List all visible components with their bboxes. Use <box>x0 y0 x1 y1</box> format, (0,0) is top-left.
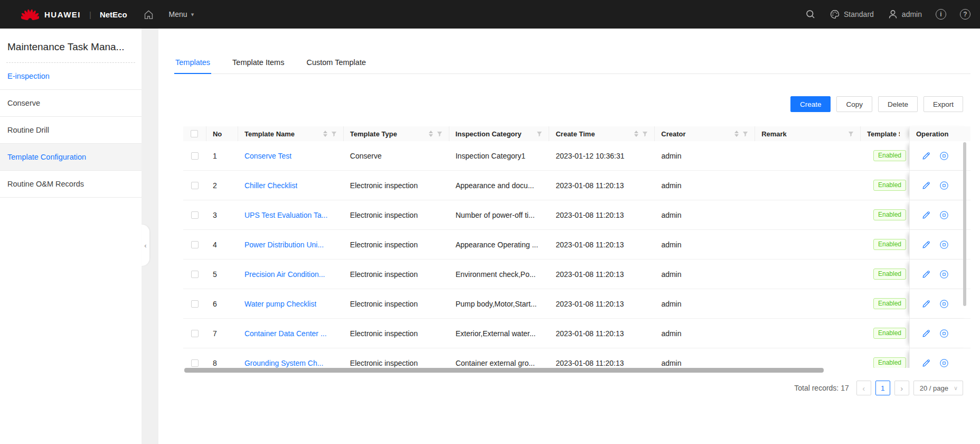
template-name-link[interactable]: Power Distribution Uni... <box>244 240 324 249</box>
current-page-button[interactable]: 1 <box>875 381 890 395</box>
user-menu[interactable]: admin <box>888 9 922 20</box>
column-header-template-s[interactable]: Template S <box>861 126 909 141</box>
sidebar-item-template-configuration[interactable]: Template Configuration <box>0 144 142 171</box>
row-checkbox[interactable] <box>191 359 199 367</box>
sort-icon[interactable] <box>429 131 433 137</box>
disable-icon[interactable] <box>939 358 949 368</box>
horizontal-scrollbar[interactable] <box>184 368 824 373</box>
disable-icon[interactable] <box>939 270 949 279</box>
cell-remark <box>755 171 861 200</box>
row-checkbox[interactable] <box>191 182 199 189</box>
cell-creator: admin <box>655 289 755 318</box>
disable-icon[interactable] <box>939 240 949 249</box>
cell-inspection-category: Pump body,Motor,Start... <box>449 289 550 318</box>
edit-icon[interactable] <box>922 240 931 249</box>
page-size-select[interactable]: 20 / page ∨ <box>913 381 963 395</box>
sidebar-item-e-inspection[interactable]: E-inspection <box>0 63 142 90</box>
column-header-inspection-category[interactable]: Inspection Category <box>449 126 550 141</box>
page-size-value: 20 / page <box>920 384 948 392</box>
disable-icon[interactable] <box>939 151 949 161</box>
delete-button[interactable]: Delete <box>878 96 918 112</box>
theme-switcher[interactable]: Standard <box>830 9 874 20</box>
template-name-link[interactable]: UPS Test Evaluation Ta... <box>244 211 327 219</box>
menu-button[interactable]: Menu ▾ <box>169 10 194 18</box>
disable-icon[interactable] <box>939 329 949 338</box>
home-icon[interactable] <box>143 9 154 20</box>
info-icon[interactable]: i <box>936 9 946 20</box>
row-checkbox[interactable] <box>191 271 199 278</box>
template-name-link[interactable]: Container Data Center ... <box>244 329 327 338</box>
column-header-create-time[interactable]: Create Time <box>549 126 655 141</box>
column-header-operation[interactable]: Operation <box>909 126 970 141</box>
status-badge: Enabled <box>873 150 906 161</box>
row-checkbox[interactable] <box>191 152 199 160</box>
edit-icon[interactable] <box>922 181 931 190</box>
column-label: Creator <box>661 130 685 138</box>
sort-icon[interactable] <box>734 131 739 137</box>
edit-icon[interactable] <box>922 270 931 279</box>
create-button[interactable]: Create <box>790 96 831 112</box>
cell-no: 8 <box>206 348 238 368</box>
filter-icon[interactable] <box>848 131 854 137</box>
column-header-no[interactable]: No <box>206 126 238 141</box>
disable-icon[interactable] <box>939 181 949 190</box>
cell-remark <box>755 200 861 229</box>
status-badge: Enabled <box>873 239 906 250</box>
table-row: 5 Precision Air Condition... Electronic … <box>183 260 970 289</box>
cell-creator: admin <box>655 171 755 200</box>
disable-icon[interactable] <box>939 210 949 220</box>
template-name-link[interactable]: Chiller Checklist <box>244 181 297 190</box>
column-header-template-name[interactable]: Template Name <box>238 126 344 141</box>
cell-creator: admin <box>655 230 755 259</box>
sidebar-item-routine-drill[interactable]: Routine Drill <box>0 117 142 144</box>
huawei-logo-icon[interactable] <box>21 7 39 21</box>
sort-icon[interactable] <box>323 131 327 137</box>
sidebar-item-routine-o-m-records[interactable]: Routine O&M Records <box>0 171 142 198</box>
export-button[interactable]: Export <box>924 96 963 112</box>
edit-icon[interactable] <box>922 210 931 219</box>
cell-inspection-category: Environment check,Po... <box>449 260 550 289</box>
sidebar-item-label: Routine O&M Records <box>7 180 84 188</box>
cell-no: 6 <box>206 289 238 318</box>
templates-table: No Template Name Template Type Inspectio… <box>183 126 970 368</box>
template-name-link[interactable]: Grounding System Ch... <box>244 359 323 367</box>
vertical-scrollbar[interactable] <box>963 142 966 306</box>
row-checkbox[interactable] <box>191 300 199 308</box>
edit-icon[interactable] <box>922 329 931 338</box>
template-name-link[interactable]: Conserve Test <box>244 152 291 160</box>
filter-icon[interactable] <box>437 131 442 137</box>
row-checkbox[interactable] <box>191 330 199 337</box>
copy-button[interactable]: Copy <box>836 96 872 112</box>
select-all-checkbox[interactable] <box>191 130 198 137</box>
edit-icon[interactable] <box>922 358 931 367</box>
prev-page-button[interactable]: ‹ <box>856 381 871 395</box>
column-header-template-type[interactable]: Template Type <box>344 126 449 141</box>
template-name-link[interactable]: Precision Air Condition... <box>244 270 325 279</box>
next-page-button[interactable]: › <box>894 381 909 395</box>
template-name-link[interactable]: Water pump Checklist <box>244 300 316 308</box>
disable-icon[interactable] <box>939 299 949 309</box>
row-checkbox[interactable] <box>191 241 199 248</box>
filter-icon[interactable] <box>331 131 337 137</box>
sort-icon[interactable] <box>634 131 638 137</box>
row-checkbox[interactable] <box>191 211 199 219</box>
help-icon[interactable]: ? <box>960 9 970 20</box>
sidebar-item-conserve[interactable]: Conserve <box>0 90 142 117</box>
tab-template-items[interactable]: Template Items <box>231 53 285 73</box>
filter-icon[interactable] <box>536 131 542 137</box>
filter-icon[interactable] <box>642 131 648 137</box>
tab-custom-template[interactable]: Custom Template <box>305 53 367 73</box>
search-icon[interactable] <box>805 9 816 20</box>
cell-operation <box>909 230 970 259</box>
edit-icon[interactable] <box>922 151 931 160</box>
sidebar-collapse-button[interactable]: ‹ <box>142 225 149 266</box>
tab-label: Custom Template <box>306 58 366 67</box>
edit-icon[interactable] <box>922 299 931 308</box>
column-header-remark[interactable]: Remark <box>755 126 861 141</box>
cell-creator: admin <box>655 260 755 289</box>
brand-text: HUAWEI <box>44 10 81 19</box>
cell-no: 2 <box>206 171 238 200</box>
column-header-creator[interactable]: Creator <box>655 126 755 141</box>
tab-templates[interactable]: Templates <box>174 53 211 73</box>
filter-icon[interactable] <box>742 131 748 137</box>
